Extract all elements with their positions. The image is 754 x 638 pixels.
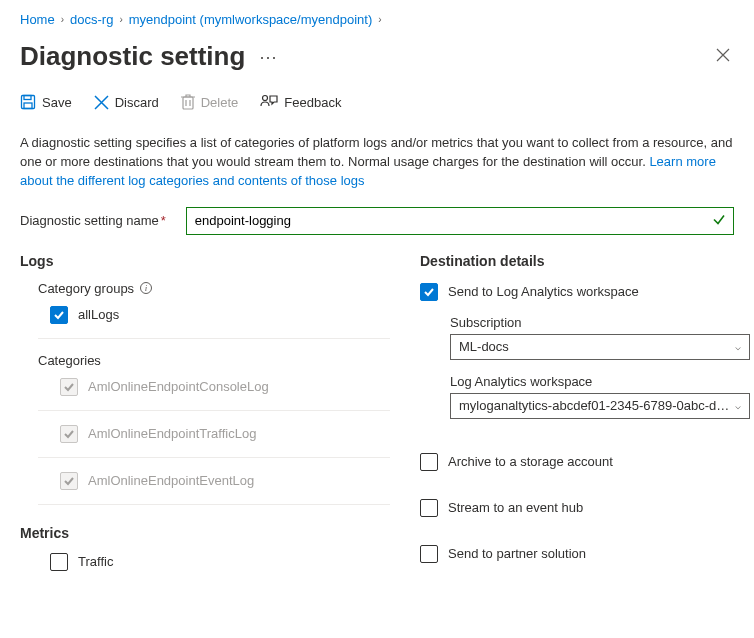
breadcrumb-home[interactable]: Home bbox=[20, 12, 55, 27]
description: A diagnostic setting specifies a list of… bbox=[20, 134, 734, 191]
name-row: Diagnostic setting name* bbox=[20, 207, 734, 235]
save-button[interactable]: Save bbox=[20, 94, 72, 110]
separator bbox=[38, 338, 390, 339]
svg-rect-3 bbox=[183, 97, 193, 109]
svg-rect-1 bbox=[24, 96, 31, 100]
breadcrumb-rg[interactable]: docs-rg bbox=[70, 12, 113, 27]
discard-icon bbox=[94, 95, 109, 110]
breadcrumb: Home › docs-rg › myendpoint (mymlworkspa… bbox=[20, 12, 734, 27]
partner-label: Send to partner solution bbox=[448, 546, 586, 561]
category-checkbox bbox=[60, 378, 78, 396]
workspace-value: myloganaltytics-abcdef01-2345-6789-0abc-… bbox=[459, 398, 735, 413]
toolbar: Save Discard Delete Feedback bbox=[20, 94, 734, 120]
title-row: Diagnostic setting ⋯ bbox=[20, 41, 734, 72]
separator bbox=[38, 457, 390, 458]
logs-heading: Logs bbox=[20, 253, 390, 269]
alllogs-checkbox[interactable] bbox=[50, 306, 68, 324]
chevron-down-icon: ⌵ bbox=[735, 400, 741, 411]
send-la-label: Send to Log Analytics workspace bbox=[448, 284, 639, 299]
diagnostic-name-input[interactable] bbox=[186, 207, 734, 235]
info-icon[interactable]: i bbox=[140, 282, 152, 294]
subscription-label: Subscription bbox=[450, 315, 750, 330]
send-la-checkbox[interactable] bbox=[420, 283, 438, 301]
more-icon[interactable]: ⋯ bbox=[255, 48, 281, 66]
workspace-label: Log Analytics workspace bbox=[450, 374, 750, 389]
feedback-button[interactable]: Feedback bbox=[260, 94, 341, 110]
metrics-heading: Metrics bbox=[20, 525, 390, 541]
alllogs-label: allLogs bbox=[78, 307, 119, 322]
page-title: Diagnostic setting bbox=[20, 41, 245, 72]
close-icon[interactable] bbox=[712, 44, 734, 70]
discard-label: Discard bbox=[115, 95, 159, 110]
stream-checkbox[interactable] bbox=[420, 499, 438, 517]
subscription-dropdown[interactable]: ML-docs ⌵ bbox=[450, 334, 750, 360]
checkmark-icon bbox=[712, 212, 726, 229]
discard-button[interactable]: Discard bbox=[94, 95, 159, 110]
send-la-row: Send to Log Analytics workspace bbox=[420, 283, 750, 301]
traffic-label: Traffic bbox=[78, 554, 113, 569]
category-groups-label: Category groups i bbox=[38, 281, 390, 296]
category-checkbox bbox=[60, 472, 78, 490]
alllogs-row: allLogs bbox=[50, 306, 390, 324]
subscription-value: ML-docs bbox=[459, 339, 509, 354]
traffic-checkbox[interactable] bbox=[50, 553, 68, 571]
feedback-icon bbox=[260, 94, 278, 110]
separator bbox=[38, 410, 390, 411]
workspace-dropdown[interactable]: myloganaltytics-abcdef01-2345-6789-0abc-… bbox=[450, 393, 750, 419]
stream-label: Stream to an event hub bbox=[448, 500, 583, 515]
archive-label: Archive to a storage account bbox=[448, 454, 613, 469]
chevron-right-icon: › bbox=[61, 14, 64, 25]
archive-row: Archive to a storage account bbox=[420, 453, 750, 471]
chevron-down-icon: ⌵ bbox=[735, 341, 741, 352]
delete-icon bbox=[181, 94, 195, 110]
category-label: AmlOnlineEndpointEventLog bbox=[88, 473, 254, 488]
partner-checkbox[interactable] bbox=[420, 545, 438, 563]
delete-label: Delete bbox=[201, 95, 239, 110]
destination-heading: Destination details bbox=[420, 253, 750, 269]
category-row: AmlOnlineEndpointEventLog bbox=[60, 472, 390, 490]
categories-label: Categories bbox=[38, 353, 390, 368]
save-label: Save bbox=[42, 95, 72, 110]
separator bbox=[38, 504, 390, 505]
name-label: Diagnostic setting name* bbox=[20, 213, 166, 228]
stream-row: Stream to an event hub bbox=[420, 499, 750, 517]
delete-button: Delete bbox=[181, 94, 239, 110]
chevron-right-icon: › bbox=[378, 14, 381, 25]
category-label: AmlOnlineEndpointTrafficLog bbox=[88, 426, 256, 441]
category-row: AmlOnlineEndpointTrafficLog bbox=[60, 425, 390, 443]
svg-rect-2 bbox=[24, 103, 32, 109]
partner-row: Send to partner solution bbox=[420, 545, 750, 563]
category-label: AmlOnlineEndpointConsoleLog bbox=[88, 379, 269, 394]
save-icon bbox=[20, 94, 36, 110]
archive-checkbox[interactable] bbox=[420, 453, 438, 471]
chevron-right-icon: › bbox=[119, 14, 122, 25]
description-text: A diagnostic setting specifies a list of… bbox=[20, 135, 732, 169]
category-row: AmlOnlineEndpointConsoleLog bbox=[60, 378, 390, 396]
feedback-label: Feedback bbox=[284, 95, 341, 110]
breadcrumb-endpoint[interactable]: myendpoint (mymlworkspace/myendpoint) bbox=[129, 12, 372, 27]
svg-point-4 bbox=[263, 96, 268, 101]
category-checkbox bbox=[60, 425, 78, 443]
traffic-row: Traffic bbox=[50, 553, 390, 571]
